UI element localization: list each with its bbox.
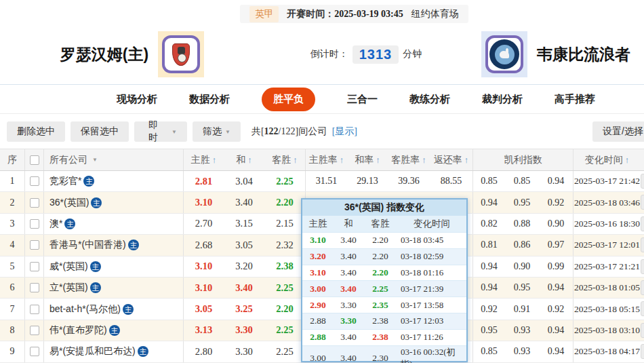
company-name[interactable]: 36*(英国) [49, 197, 89, 209]
row-checkbox-cell[interactable] [24, 256, 43, 277]
league-badge[interactable]: 英甲 [249, 6, 279, 22]
draw-odds[interactable]: 3.40 [224, 192, 264, 212]
row-more-button[interactable] [641, 237, 644, 252]
sort-up-icon: ↑ [340, 155, 344, 165]
nav-tab[interactable]: 数据分析 [189, 93, 230, 106]
row-checkbox[interactable] [30, 219, 39, 229]
row-checkbox-cell[interactable] [24, 214, 43, 234]
draw-odds[interactable]: 3.30 [224, 341, 264, 362]
home-odds[interactable]: 2.80 [183, 341, 224, 362]
popup-odds-row: 2.90 3.30 2.35 03-17 13:58 [302, 297, 466, 313]
home-odds[interactable]: 3.10 [183, 278, 224, 298]
company-name[interactable]: bet-at-h*(马尔他) [49, 303, 121, 316]
draw-odds[interactable]: 3.40 [224, 278, 264, 298]
company-name[interactable]: 立*(英国) [49, 282, 88, 294]
col-change-time[interactable]: 变化时间↑ [573, 149, 641, 170]
row-checkbox[interactable] [30, 305, 39, 314]
popup-change-time: 03-16 00:32(初指) [397, 346, 466, 363]
home-odds[interactable]: 3.05 [183, 299, 224, 319]
draw-odds[interactable]: 3.25 [224, 299, 264, 319]
company-name[interactable]: 伟*(直布罗陀) [49, 324, 107, 337]
col-company[interactable]: 所有公司 ▼ [43, 149, 183, 170]
col-home-rate[interactable]: 主胜率↑ [305, 149, 347, 170]
draw-odds[interactable]: 3.05 [224, 235, 264, 255]
row-checkbox-cell[interactable] [24, 192, 43, 212]
countdown-unit: 分钟 [403, 48, 422, 60]
row-checkbox-cell[interactable] [24, 278, 43, 298]
draw-odds[interactable]: 3.30 [224, 320, 264, 341]
away-odds[interactable]: 2.20 [264, 299, 305, 319]
company-name[interactable]: 香港马*(中国香港) [49, 239, 126, 251]
company-name[interactable]: 竞彩官* [49, 175, 81, 187]
col-away-odds[interactable]: 客胜↑ [264, 149, 305, 170]
row-checkbox-cell[interactable] [24, 320, 43, 341]
home-odds[interactable]: 3.10 [183, 192, 224, 212]
home-odds[interactable]: 3.10 [183, 256, 224, 277]
row-more-button[interactable] [641, 216, 644, 231]
col-home-odds[interactable]: 主胜↑ [183, 149, 224, 170]
keep-selected-button[interactable]: 保留选中 [71, 121, 129, 142]
row-checkbox[interactable] [30, 347, 39, 356]
popup-odds-row: 3.10 3.40 2.20 03-18 03:45 [302, 232, 466, 248]
row-more-button[interactable] [641, 195, 644, 210]
draw-odds[interactable]: 3.15 [224, 214, 264, 234]
away-odds[interactable]: 2.25 [264, 278, 305, 298]
row-more-button[interactable] [641, 323, 644, 338]
away-odds[interactable]: 2.20 [264, 192, 305, 212]
kelly-away: 0.94 [539, 320, 573, 341]
sort-up-icon: ↑ [422, 155, 426, 165]
settings-select-button[interactable]: 设置/选择 [592, 121, 644, 142]
row-checkbox-cell[interactable] [24, 341, 43, 362]
company-name[interactable]: 易*(安提瓜和巴布达) [49, 345, 136, 358]
filter-dropdown[interactable]: 筛选 ▼ [193, 121, 241, 142]
change-time: 2025-03-18 03:10 [573, 320, 641, 341]
home-odds[interactable]: 2.68 [183, 235, 224, 255]
col-draw-odds[interactable]: 和↑ [224, 149, 264, 170]
row-checkbox-cell[interactable] [24, 299, 43, 319]
away-odds[interactable]: 2.25 [264, 341, 305, 362]
col-return-rate[interactable]: 返还率↑ [430, 149, 472, 170]
draw-odds[interactable]: 3.04 [224, 171, 264, 191]
row-more-button[interactable] [641, 344, 644, 359]
nav-tab[interactable]: 三合一 [347, 93, 378, 106]
home-odds[interactable]: 2.70 [183, 214, 224, 234]
away-odds[interactable]: 2.25 [264, 320, 305, 341]
row-checkbox-cell[interactable] [24, 171, 43, 191]
row-checkbox[interactable] [30, 176, 39, 186]
row-more-button[interactable] [641, 301, 644, 316]
row-more-button[interactable] [641, 259, 644, 274]
col-draw-rate[interactable]: 和率↑ [347, 149, 388, 170]
select-all-checkbox[interactable] [30, 155, 39, 165]
show-link[interactable]: [显示] [332, 126, 357, 136]
main-company-icon: 主 [123, 304, 134, 315]
nav-tab[interactable]: 高手推荐 [555, 93, 595, 106]
away-odds[interactable]: 2.38 [264, 256, 305, 277]
row-checkbox[interactable] [30, 326, 39, 335]
away-odds[interactable]: 2.32 [264, 235, 305, 255]
nav-tab[interactable]: 胜平负 [262, 88, 315, 111]
table-row[interactable]: 1 竞彩官* 主 2.81 3.04 2.25 31.51 29.13 39.3… [0, 171, 644, 192]
away-odds[interactable]: 2.25 [264, 171, 305, 191]
row-more-button[interactable] [641, 280, 644, 295]
nav-tab[interactable]: 现场分析 [117, 93, 157, 106]
company-name[interactable]: 威*(英国) [49, 261, 88, 273]
company-name[interactable]: 澳* [49, 218, 62, 230]
nav-tab[interactable]: 裁判分析 [482, 93, 523, 106]
row-more-button[interactable] [641, 174, 644, 189]
away-odds[interactable]: 2.15 [264, 214, 305, 234]
row-checkbox[interactable] [30, 198, 39, 208]
row-checkbox[interactable] [30, 283, 39, 292]
draw-odds[interactable]: 3.20 [224, 256, 264, 277]
header-checkbox-cell[interactable] [24, 149, 43, 170]
row-checkbox[interactable] [30, 262, 39, 271]
nav-tab[interactable]: 教练分析 [409, 93, 450, 106]
company-cell: 易*(安提瓜和巴布达) 主 [43, 341, 183, 362]
row-checkbox-cell[interactable] [24, 235, 43, 255]
row-checkbox[interactable] [30, 240, 39, 250]
home-odds[interactable]: 3.13 [183, 320, 224, 341]
col-away-rate[interactable]: 客胜率↑ [388, 149, 430, 170]
popup-draw-odds: 3.40 [334, 353, 363, 363]
delete-selected-button[interactable]: 删除选中 [7, 121, 65, 142]
time-filter-dropdown[interactable]: 即时 ▼ [134, 121, 187, 142]
home-odds[interactable]: 2.81 [183, 171, 224, 191]
